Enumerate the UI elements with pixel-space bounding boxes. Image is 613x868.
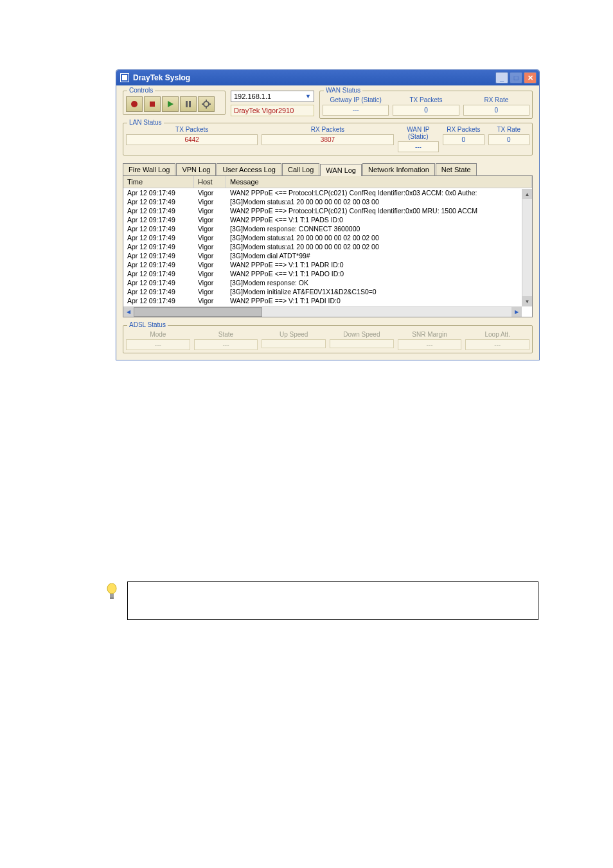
log-time: Apr 12 09:17:49 [123, 252, 194, 260]
log-row[interactable]: Apr 12 09:17:49Vigor[3G]Modem status:a1 … [123, 233, 532, 242]
log-time: Apr 12 09:17:49 [123, 261, 194, 269]
log-row[interactable]: Apr 12 09:17:49Vigor[3G]Modem status:a1 … [123, 197, 532, 206]
tab-call-log[interactable]: Call Log [282, 163, 319, 175]
scroll-thumb[interactable] [134, 307, 262, 317]
log-row[interactable]: Apr 12 09:17:49VigorWAN2 PPPoE ==> Proto… [123, 206, 532, 215]
stat-cell: WAN IP (Static) --- [398, 126, 439, 152]
tab-net-state[interactable]: Net State [436, 163, 477, 175]
stop-icon[interactable] [144, 96, 161, 112]
log-row[interactable]: Apr 12 09:17:49VigorWAN2 PPPoE <== Proto… [123, 188, 532, 197]
log-row[interactable]: Apr 12 09:17:49Vigor[3G]Modem response: … [123, 278, 532, 287]
svg-marker-4 [168, 101, 173, 107]
adsl-cell: Mode --- [126, 331, 190, 350]
window-content: Controls 192.168.1.1 ▼ DrayTek Vigor2910 [116, 85, 539, 360]
log-row[interactable]: Apr 12 09:17:49Vigor[3G]Modem response: … [123, 224, 532, 233]
tab-user-access-log[interactable]: User Access Log [217, 163, 281, 175]
col-time-header[interactable]: Time [123, 176, 194, 188]
adsl-label: Down Speed [330, 331, 394, 338]
lightbulb-icon [106, 583, 119, 603]
record-icon[interactable] [126, 96, 143, 112]
titlebar-buttons: _ □ ✕ [495, 72, 537, 84]
col-host-header[interactable]: Host [194, 176, 226, 188]
log-message: WAN2 PPPoE ==> Protocol:LCP(c021) ConfRe… [226, 207, 532, 215]
close-button[interactable]: ✕ [524, 72, 537, 84]
stat-label: RX Rate [463, 96, 529, 103]
log-row[interactable]: Apr 12 09:17:49Vigor[3G]Modem status:a1 … [123, 242, 532, 251]
tab-vpn-log[interactable]: VPN Log [176, 163, 216, 175]
stat-value: --- [323, 105, 389, 116]
adsl-cell: Down Speed [330, 331, 394, 350]
stat-label: TX Packets [393, 96, 459, 103]
adsl-value: --- [194, 339, 258, 350]
svg-rect-10 [110, 598, 114, 599]
scroll-up-icon[interactable]: ▲ [522, 189, 532, 199]
adsl-value [330, 339, 394, 348]
log-row[interactable]: Apr 12 09:17:49Vigor[3G]Modem dial ATDT*… [123, 251, 532, 260]
tab-firewall-log[interactable]: Fire Wall Log [123, 163, 175, 175]
adsl-cell: SNR Margin --- [398, 331, 462, 350]
adsl-label: SNR Margin [398, 331, 462, 338]
controls-group: Controls [123, 91, 226, 115]
log-host: Vigor [194, 270, 226, 278]
log-message: [3G]Modem status:a1 20 00 00 00 00 02 00… [226, 234, 532, 242]
log-tabs: Fire Wall Log VPN Log User Access Log Ca… [123, 163, 533, 176]
top-row: Controls 192.168.1.1 ▼ DrayTek Vigor2910 [123, 91, 533, 119]
svg-point-2 [131, 101, 138, 107]
horizontal-scrollbar[interactable]: ◀ ▶ [123, 306, 522, 317]
app-window: DrayTek Syslog _ □ ✕ Controls [116, 69, 540, 360]
stat-label: TX Packets [126, 126, 258, 133]
scroll-right-icon[interactable]: ▶ [511, 307, 522, 317]
stat-cell: RX Rate 0 [463, 96, 529, 116]
minimize-button[interactable]: _ [495, 72, 508, 84]
adsl-value [262, 339, 326, 348]
log-time: Apr 12 09:17:49 [123, 297, 194, 305]
svg-rect-6 [189, 101, 191, 107]
vertical-scrollbar[interactable]: ▲ ▼ [522, 189, 532, 306]
stat-value: 3807 [262, 134, 393, 145]
scroll-down-icon[interactable]: ▼ [522, 296, 532, 306]
adsl-label: Loop Att. [465, 331, 529, 338]
log-row[interactable]: Apr 12 09:17:49VigorWAN2 PPPoE <== V:1 T… [123, 269, 532, 278]
log-time: Apr 12 09:17:49 [123, 207, 194, 215]
stat-cell: RX Packets 0 [443, 126, 484, 152]
tab-wan-log[interactable]: WAN Log [320, 164, 362, 176]
stat-label: TX Rate [488, 126, 529, 133]
log-area: Time Host Message Apr 12 09:17:49VigorWA… [123, 176, 533, 317]
log-host: Vigor [194, 216, 226, 224]
svg-rect-1 [122, 75, 127, 80]
stat-label: WAN IP (Static) [398, 126, 439, 140]
stat-value: 6442 [126, 134, 258, 145]
log-message: WAN2 PPPoE ==> V:1 T:1 PADI ID:0 [226, 297, 532, 305]
adsl-status-group: ADSL Status Mode --- State --- Up Speed … [123, 325, 533, 353]
tab-network-info[interactable]: Network Infomation [362, 163, 435, 175]
log-time: Apr 12 09:17:49 [123, 234, 194, 242]
settings-icon[interactable] [198, 96, 215, 112]
ip-address-dropdown[interactable]: 192.168.1.1 ▼ [231, 91, 314, 102]
title-bar-left: DrayTek Syslog [120, 73, 190, 82]
log-host: Vigor [194, 297, 226, 305]
log-row[interactable]: Apr 12 09:17:49VigorWAN2 PPPoE ==> V:1 T… [123, 296, 532, 305]
svg-point-7 [204, 102, 209, 107]
scroll-left-icon[interactable]: ◀ [123, 307, 134, 317]
controls-legend: Controls [127, 87, 155, 94]
device-name-label: DrayTek Vigor2910 [231, 105, 314, 116]
log-time: Apr 12 09:17:49 [123, 288, 194, 296]
adsl-value: --- [465, 339, 529, 350]
log-row[interactable]: Apr 12 09:17:49VigorWAN2 PPPoE ==> V:1 T… [123, 260, 532, 269]
log-host: Vigor [194, 234, 226, 242]
col-msg-header[interactable]: Message [226, 176, 532, 188]
log-time: Apr 12 09:17:49 [123, 243, 194, 251]
log-row[interactable]: Apr 12 09:17:49VigorWAN2 PPPoE <== V:1 T… [123, 215, 532, 224]
play-icon[interactable] [162, 96, 179, 112]
stat-cell: RX Packets 3807 [262, 126, 393, 152]
svg-rect-9 [110, 594, 114, 598]
title-bar[interactable]: DrayTek Syslog _ □ ✕ [116, 70, 539, 85]
pause-icon[interactable] [180, 96, 197, 112]
stat-cell: TX Rate 0 [488, 126, 529, 152]
log-body[interactable]: Apr 12 09:17:49VigorWAN2 PPPoE <== Proto… [123, 188, 532, 310]
log-row[interactable]: Apr 12 09:17:49Vigor[3G]Modem initialize… [123, 287, 532, 296]
adsl-cell: State --- [194, 331, 258, 350]
log-message: WAN2 PPPoE <== V:1 T:1 PADO ID:0 [226, 270, 532, 278]
log-host: Vigor [194, 207, 226, 215]
adsl-value: --- [126, 339, 190, 350]
